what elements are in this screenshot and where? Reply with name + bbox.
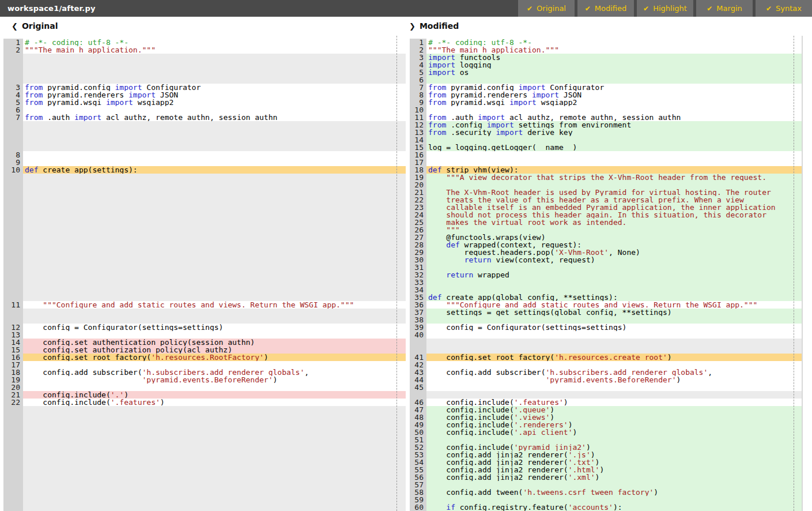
code-line: 7from .auth import acl_authz, remote_aut… [3, 114, 406, 121]
check-icon: ✔ [643, 5, 649, 13]
line-number: 14 [3, 339, 23, 346]
code-text: """ [426, 226, 802, 234]
line-number [3, 241, 23, 249]
line-number [3, 234, 23, 241]
margin-line [794, 36, 794, 511]
code-text: from pyramid.wsgi import wsgiapp2 [23, 99, 406, 106]
code-line: 58 config.add_tween('h.tweens.csrf_tween… [410, 489, 802, 496]
code-line: 39 config = Configurator(settings=settin… [410, 324, 802, 331]
line-number: 36 [410, 301, 426, 309]
line-number: 10 [3, 166, 23, 174]
code-text [23, 219, 406, 226]
toggle-highlight-label: Highlight [653, 4, 687, 13]
code-text [426, 346, 802, 354]
code-line: 19 """A view decorator that strips the X… [410, 174, 802, 181]
line-number: 1 [3, 39, 23, 46]
line-number [3, 61, 23, 69]
code-text [426, 264, 802, 271]
filler-row [410, 391, 802, 399]
code-line: 14 config.set_authentication_policy(sess… [3, 339, 406, 346]
modified-pane-header: ❯Modified [409, 21, 459, 31]
code-text [426, 496, 802, 504]
line-number: 47 [410, 406, 426, 414]
toggle-original-label: Original [537, 4, 566, 13]
filler-row [3, 219, 406, 226]
toggle-original-button[interactable]: ✔ Original [518, 0, 575, 17]
toggle-margin-button[interactable]: ✔ Margin [696, 0, 753, 17]
toggle-syntax-button[interactable]: ✔ Syntax [756, 0, 812, 17]
code-text: config.add_subscriber('h.subscribers.add… [23, 369, 406, 376]
filler-row [3, 69, 406, 76]
code-line: 50 config.include('.api_client') [410, 429, 802, 436]
code-text [23, 211, 406, 219]
line-number: 55 [410, 466, 426, 474]
line-number: 3 [3, 84, 23, 91]
code-text: config.set_root_factory('h.resources.cre… [426, 354, 802, 361]
code-line: 42 [410, 361, 802, 369]
code-line: 9 [3, 159, 406, 166]
code-text [23, 189, 406, 196]
line-number: 13 [410, 129, 426, 136]
code-line: 34 [410, 286, 802, 294]
line-number: 28 [410, 241, 426, 249]
line-number: 32 [410, 271, 426, 279]
line-number: 20 [3, 384, 23, 391]
line-number: 57 [410, 481, 426, 489]
code-line: 4import logging [410, 61, 802, 69]
code-text: config = Configurator(settings=settings) [426, 324, 802, 331]
line-number: 45 [410, 384, 426, 391]
line-number: 37 [410, 309, 426, 316]
code-text: from .auth import acl_authz, remote_auth… [23, 114, 406, 121]
code-text: settings = get_settings(global_config, *… [426, 309, 802, 316]
margin-line [396, 36, 397, 511]
line-number: 49 [410, 421, 426, 429]
code-text: if config.registry.feature('accounts'): [426, 504, 802, 511]
code-line: 19 'pyramid.events.BeforeRender') [3, 376, 406, 384]
code-line: 18def strip_vhm(view): [410, 166, 802, 174]
code-line: 45 [410, 384, 802, 391]
toggle-highlight-button[interactable]: ✔ Highlight [637, 0, 693, 17]
line-number: 17 [3, 361, 23, 369]
diff-viewer-window: workspace1/after.py ✔ Original ✔ Modifie… [0, 0, 812, 511]
code-line: 29 request.headers.pop('X-Vhm-Root', Non… [410, 249, 802, 256]
code-text: config.include('.') [23, 391, 406, 399]
line-number: 12 [3, 324, 23, 331]
code-line: 36 """Configure and add static routes an… [410, 301, 802, 309]
filler-row [410, 346, 802, 354]
code-text: def wrapped(context, request): [426, 241, 802, 249]
line-number: 33 [410, 279, 426, 286]
line-number [3, 129, 23, 136]
line-number: 58 [410, 489, 426, 496]
code-line: 16 [410, 151, 802, 159]
line-number: 20 [410, 181, 426, 189]
code-text [426, 339, 802, 346]
code-line: 56 config.add_jinja2_renderer('.xml') [410, 474, 802, 481]
code-text: config.add_jinja2_renderer('.txt') [426, 459, 802, 466]
line-number [3, 249, 23, 256]
code-text: return wrapped [426, 271, 802, 279]
line-number [3, 174, 23, 181]
code-line: 12 config = Configurator(settings=settin… [3, 324, 406, 331]
line-number: 6 [410, 76, 426, 84]
modified-code-pane[interactable]: 1# -*- coding: utf-8 -*-2"""The main h a… [406, 36, 803, 511]
code-line: 59 [410, 496, 802, 504]
code-line: 12from .config import settings_from_envi… [410, 121, 802, 129]
toggle-modified-button[interactable]: ✔ Modified [577, 0, 634, 17]
line-number: 23 [410, 204, 426, 211]
code-text: config.include('.renderers') [426, 421, 802, 429]
code-text [23, 361, 406, 369]
original-code-pane[interactable]: 1# -*- coding: utf-8 -*-2"""The main h a… [0, 36, 406, 511]
code-text: 'pyramid.events.BeforeRender') [426, 376, 802, 384]
code-line: 31 [410, 264, 802, 271]
code-text [23, 249, 406, 256]
filler-row [3, 76, 406, 84]
code-text [23, 151, 406, 159]
modified-code-rows: 1# -*- coding: utf-8 -*-2"""The main h a… [410, 36, 802, 511]
code-line: 13from .security import derive_key [410, 129, 802, 136]
line-number: 12 [410, 121, 426, 129]
toggle-margin-label: Margin [716, 4, 742, 13]
code-text: treats the value of this header as a tra… [426, 196, 802, 204]
filler-row [3, 279, 406, 286]
code-text: config.add_tween('h.tweens.csrf_tween_fa… [426, 489, 802, 496]
line-number: 6 [3, 106, 23, 114]
